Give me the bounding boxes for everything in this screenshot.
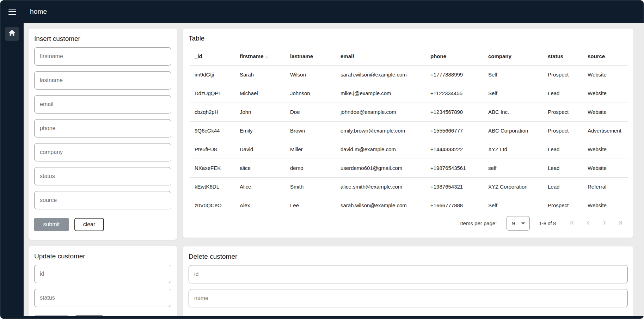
first-page-button[interactable] — [564, 216, 580, 231]
window-bottom-frame — [0, 316, 644, 319]
paginator: Items per page: 9 1-8 of 8 — [183, 215, 633, 232]
table-cell-phone: +19876543561 — [430, 159, 488, 177]
table-cell-email: emily.brown@example.com — [341, 121, 430, 140]
table-cell-email: johndoe@example.com — [341, 103, 430, 121]
table-body: im9dGtjiSarahWilsonsarah.wilson@example.… — [190, 65, 628, 215]
first-page-icon — [569, 220, 576, 227]
table-cell-source: Advertisement — [588, 121, 628, 140]
update-id-field[interactable] — [34, 265, 171, 283]
page-size-select[interactable]: 9 — [507, 216, 530, 231]
previous-page-button[interactable] — [580, 216, 596, 231]
column-header-id[interactable]: _id — [190, 48, 240, 65]
table-cell-status: Prospect — [548, 196, 588, 215]
table-cell-_id: 9Q6cGk44 — [190, 121, 240, 140]
page-range-label: 1-8 of 8 — [539, 221, 556, 226]
last-page-icon — [617, 220, 623, 227]
table-cell-source: Website — [588, 103, 628, 121]
table-cell-firstname: Sarah — [240, 65, 290, 84]
table-cell-phone: +1444333222 — [430, 140, 488, 159]
source-field[interactable] — [34, 191, 171, 209]
table-cell-_id: im9dGtji — [190, 65, 240, 84]
column-header-email[interactable]: email — [341, 48, 430, 65]
lastname-field[interactable] — [34, 71, 171, 90]
table-cell-email: alice.smith@example.com — [341, 177, 430, 196]
delete-customer-title: Delete customer — [189, 253, 628, 260]
phone-field[interactable] — [34, 119, 171, 137]
table-cell-lastname: Smith — [290, 177, 341, 196]
table-cell-email: userdemo601@gmail.com — [341, 159, 430, 177]
column-header-lastname[interactable]: lastname — [290, 48, 341, 65]
table-cell-lastname: Brown — [290, 121, 341, 140]
table-cell-_id: z0V0QCeO — [190, 196, 240, 215]
table-cell-phone: +1555666777 — [430, 121, 488, 140]
table-cell-lastname: Wilson — [290, 65, 341, 84]
table-cell-_id: DdzUgQPI — [190, 84, 240, 103]
table-cell-company: XYZ Corporation — [488, 177, 548, 196]
delete-customer-card: Delete customer submit clear — [183, 246, 634, 319]
table-cell-source: Website — [588, 140, 628, 159]
sidebar-item-home[interactable] — [5, 27, 19, 41]
table-cell-_id: cbzqh2pH — [190, 103, 240, 121]
update-customer-card: Update customer submit clear — [28, 246, 177, 319]
table-cell-_id: kEwtK6DL — [190, 177, 240, 196]
table-cell-firstname: David — [240, 140, 290, 159]
column-header-source[interactable]: source — [588, 48, 628, 65]
table-cell-lastname: Johnson — [290, 84, 341, 103]
table-cell-status: Prospect — [548, 103, 588, 121]
customer-table: _id firstname↓ lastname email phone comp… — [190, 48, 628, 215]
table-cell-email: david.m@example.com — [341, 140, 430, 159]
table-cell-firstname: alice — [240, 159, 290, 177]
table-title: Table — [183, 35, 633, 42]
table-cell-source: Website — [588, 196, 628, 215]
page-title: home — [30, 8, 47, 16]
table-cell-status: Lead — [548, 84, 588, 103]
next-page-button[interactable] — [596, 216, 612, 231]
table-cell-lastname: Miller — [290, 140, 341, 159]
main-content: Insert customer submit clear — [24, 23, 644, 319]
table-cell-status: Prospect — [548, 121, 588, 140]
column-header-company[interactable]: company — [488, 48, 548, 65]
sidebar — [0, 23, 24, 319]
table-cell-source: Website — [588, 159, 628, 177]
table-cell-firstname: Emily — [240, 121, 290, 140]
table-cell-company: ABC Corporation — [488, 121, 548, 140]
table-cell-status: Lead — [548, 140, 588, 159]
top-bar: home — [0, 0, 644, 23]
table-card: Table _id firstname↓ lastname — [183, 28, 634, 238]
table-cell-phone: +1987654321 — [430, 177, 488, 196]
table-cell-email: mike.j@example.com — [341, 84, 430, 103]
firstname-field[interactable] — [34, 47, 171, 66]
table-cell-lastname: Doe — [290, 103, 341, 121]
company-field[interactable] — [34, 143, 171, 161]
table-row: kEwtK6DLAliceSmithalice.smith@example.co… — [190, 177, 628, 196]
table-header-row: _id firstname↓ lastname email phone comp… — [190, 48, 628, 65]
table-cell-company: Self — [488, 65, 548, 84]
status-field[interactable] — [34, 167, 171, 185]
table-cell-source: Website — [588, 65, 628, 84]
update-status-field[interactable] — [34, 289, 171, 307]
column-header-phone[interactable]: phone — [430, 48, 488, 65]
table-cell-email: sarah.wilson@example.com — [341, 65, 430, 84]
table-row: cbzqh2pHJohnDoejohndoe@example.com+12345… — [190, 103, 628, 121]
last-page-button[interactable] — [612, 216, 628, 231]
column-header-status[interactable]: status — [548, 48, 588, 65]
table-row: DdzUgQPIMichaelJohnsonmike.j@example.com… — [190, 84, 628, 103]
insert-clear-button[interactable]: clear — [74, 218, 104, 231]
delete-id-field[interactable] — [189, 265, 628, 283]
sort-desc-icon: ↓ — [266, 53, 269, 59]
table-row: im9dGtjiSarahWilsonsarah.wilson@example.… — [190, 65, 628, 84]
insert-submit-button[interactable]: submit — [34, 218, 69, 231]
table-cell-phone: +1666777888 — [430, 196, 488, 215]
home-icon — [8, 29, 16, 38]
email-field[interactable] — [34, 95, 171, 114]
menu-icon[interactable] — [8, 9, 16, 15]
items-per-page-label: Items per page: — [460, 220, 497, 226]
table-cell-firstname: John — [240, 103, 290, 121]
table-cell-phone: +1777888999 — [430, 65, 488, 84]
table-cell-status: Prospect — [548, 65, 588, 84]
column-header-firstname[interactable]: firstname↓ — [240, 48, 290, 65]
table-cell-phone: +1234567890 — [430, 103, 488, 121]
table-cell-firstname: Michael — [240, 84, 290, 103]
delete-name-field[interactable] — [189, 289, 628, 307]
table-cell-company: XYZ Ltd. — [488, 140, 548, 159]
